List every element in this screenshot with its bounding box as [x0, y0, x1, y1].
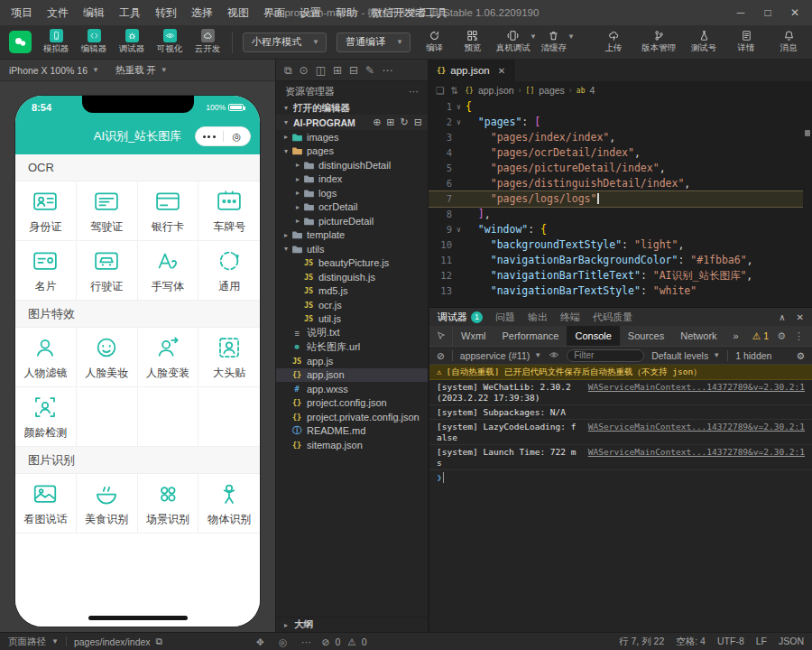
tree-item-folder[interactable]: ▸logs	[276, 186, 428, 200]
fold-icon[interactable]: ∨	[452, 115, 466, 130]
move-icon[interactable]: ✥	[256, 636, 264, 647]
feature-head-sticker[interactable]: 大头贴	[198, 328, 260, 387]
tab-app-json[interactable]: {} app.json ✕	[429, 60, 514, 81]
preview-button[interactable]: 预览	[458, 30, 487, 54]
feature-bank-card[interactable]: 银行卡	[138, 181, 199, 241]
close-button[interactable]: ✕	[781, 0, 808, 25]
console-log-row[interactable]: [system] WeChatLib: 2.30.2 (2023.2.22 17…	[429, 380, 812, 405]
context-dropdown[interactable]: appservice (#11)▼	[460, 350, 541, 361]
language-mode[interactable]: JSON	[779, 636, 804, 648]
sort-icon[interactable]: ⇅	[450, 85, 458, 96]
minimize-button[interactable]: ─	[727, 0, 754, 25]
breadcrumb-item[interactable]: pages	[539, 85, 565, 96]
more-menu-icon[interactable]	[196, 135, 223, 138]
compile-mode-dropdown[interactable]: 普通编译▼	[337, 32, 411, 52]
debugger-tab[interactable]: 问题	[495, 311, 515, 324]
hot-reload-toggle[interactable]: 热重载 开▼	[115, 64, 168, 77]
collapse-panel-icon[interactable]: ∧	[779, 312, 785, 322]
code-line-12[interactable]: 12 "navigationBarTitleText": "AI识别_站长图库"…	[429, 268, 803, 283]
tree-item-file[interactable]: JSbeautyPicture.js	[276, 256, 428, 271]
feature-age-detect[interactable]: 颜龄检测	[15, 387, 77, 447]
feature-plate[interactable]: 车牌号	[198, 181, 260, 241]
console-log-row[interactable]: [system] Subpackages: N/A	[429, 405, 812, 420]
tree-item-file[interactable]: JSutil.js	[276, 312, 428, 327]
project-root[interactable]: ▾ AI-PROGRAM ⊕ ⊞ ↻ ⊟	[276, 115, 428, 130]
menu-item-8[interactable]: 设置	[292, 0, 328, 25]
home-target-icon[interactable]: ◎	[224, 131, 251, 143]
eye-icon[interactable]	[549, 349, 559, 362]
devtools-tab-console[interactable]: Console	[567, 326, 619, 346]
new-file-icon[interactable]: ⊕	[373, 116, 381, 128]
breadcrumb-item[interactable]: app.json	[478, 85, 514, 96]
outline-section[interactable]: ▸ 大纲	[276, 617, 428, 632]
bookmark-icon[interactable]: ❏	[436, 85, 444, 96]
tree-item-file[interactable]: {}sitemap.json	[276, 438, 428, 452]
tree-item-folder[interactable]: ▸pictureDetail	[276, 214, 428, 228]
code-line-5[interactable]: 5 "pages/pictureDetail/index",	[429, 161, 803, 176]
editor-scrollbar[interactable]	[803, 99, 812, 307]
tree-item-file[interactable]: ⊛站长图库.url	[276, 340, 428, 355]
tree-item-file[interactable]: {}app.json	[276, 368, 428, 383]
more-icon[interactable]: ⋯	[382, 64, 392, 77]
code-line-11[interactable]: 11 "navigationBarBackgroundColor": "#1fb…	[429, 253, 803, 268]
tree-item-file[interactable]: ⓘREADME.md	[276, 424, 428, 439]
tree-item-file[interactable]: {}project.private.config.json	[276, 410, 428, 424]
tree-item-file[interactable]: JSapp.js	[276, 354, 428, 368]
menu-item-7[interactable]: 界面	[256, 0, 292, 25]
menu-item-9[interactable]: 帮助	[328, 0, 364, 25]
compile-button[interactable]: 编译	[420, 30, 449, 54]
tree-item-folder[interactable]: ▸images	[276, 130, 428, 144]
debugger-tab[interactable]: 终端	[560, 311, 580, 324]
code-line-9[interactable]: 9∨ "window": {	[429, 222, 803, 237]
debugger-tab[interactable]: 调试器1	[438, 311, 483, 324]
visual-button[interactable]: 可视化	[155, 29, 184, 55]
console-filter-input[interactable]	[567, 349, 644, 362]
feature-general[interactable]: 通用	[198, 241, 260, 301]
simulator-button[interactable]: 模拟器	[42, 29, 70, 55]
inspect-element-icon[interactable]	[429, 326, 453, 346]
devtools-tab-wxml[interactable]: Wxml	[453, 326, 494, 346]
capsule-button[interactable]: ◎	[195, 126, 251, 146]
mode-dropdown[interactable]: 小程序模式▼	[243, 32, 327, 52]
device-debug-button[interactable]: 真机调试▼	[496, 30, 531, 54]
cursor-position[interactable]: 行 7, 列 22	[619, 636, 664, 648]
refresh-icon[interactable]: ↻	[401, 116, 409, 128]
tree-item-file[interactable]: JSmd5.js	[276, 284, 428, 299]
feature-food[interactable]: 美食识别	[77, 474, 138, 534]
feature-person-filter[interactable]: 人物滤镜	[15, 328, 77, 387]
settings-gear-icon[interactable]: ⚙	[777, 330, 786, 342]
error-count[interactable]: ⊘0	[322, 636, 341, 647]
close-tab-icon[interactable]: ✕	[498, 66, 505, 76]
search-icon[interactable]: ⊙	[300, 64, 309, 77]
upload-button[interactable]: 上传	[599, 30, 628, 54]
tree-item-file[interactable]: JSdistinguish.js	[276, 270, 428, 284]
editor-button[interactable]: 编辑器	[79, 29, 108, 55]
tree-item-folder[interactable]: ▸ocrDetail	[276, 200, 428, 215]
tree-item-folder[interactable]: ▸template	[276, 228, 428, 243]
feature-handwriting[interactable]: 手写体	[138, 241, 199, 301]
feature-driver-card[interactable]: 驾驶证	[77, 181, 138, 241]
explorer-more-icon[interactable]: ⋯	[409, 86, 419, 98]
tree-item-folder[interactable]: ▸index	[276, 172, 428, 187]
feature-pic-talk[interactable]: 看图说话	[15, 474, 77, 534]
feature-face-makeup[interactable]: 人脸美妆	[77, 328, 138, 387]
debugger-tab[interactable]: 输出	[528, 311, 548, 324]
feature-person-swap[interactable]: 人脸变装	[138, 328, 199, 387]
menu-item-3[interactable]: 工具	[112, 0, 148, 25]
edit-icon[interactable]: ✎	[365, 64, 374, 77]
warning-count[interactable]: ⚠0	[347, 636, 366, 647]
add-panel-icon[interactable]: ⊞	[333, 64, 342, 77]
console-warning-row[interactable]: ⚠ [自动热重载] 已开启代码文件保存后自动热重载（不支持 json）	[429, 365, 812, 380]
menu-item-1[interactable]: 文件	[40, 0, 76, 25]
cloud-button[interactable]: 云开发	[193, 29, 222, 55]
devtools-tab-network[interactable]: Network	[672, 326, 724, 346]
menu-item-6[interactable]: 视图	[220, 0, 256, 25]
code-line-10[interactable]: 10 "backgroundTextStyle": "light",	[429, 237, 803, 253]
source-link[interactable]: WAServiceMainContext...14372789&v=2.30.2…	[588, 447, 805, 458]
clipboard-icon[interactable]: ⧉	[284, 64, 292, 77]
devtools-tab-»[interactable]: »	[725, 326, 747, 346]
copy-icon[interactable]: ⧉	[156, 636, 163, 647]
tree-item-file[interactable]: #app.wxss	[276, 382, 428, 396]
eol[interactable]: LF	[756, 636, 767, 648]
menu-item-4[interactable]: 转到	[148, 0, 184, 25]
